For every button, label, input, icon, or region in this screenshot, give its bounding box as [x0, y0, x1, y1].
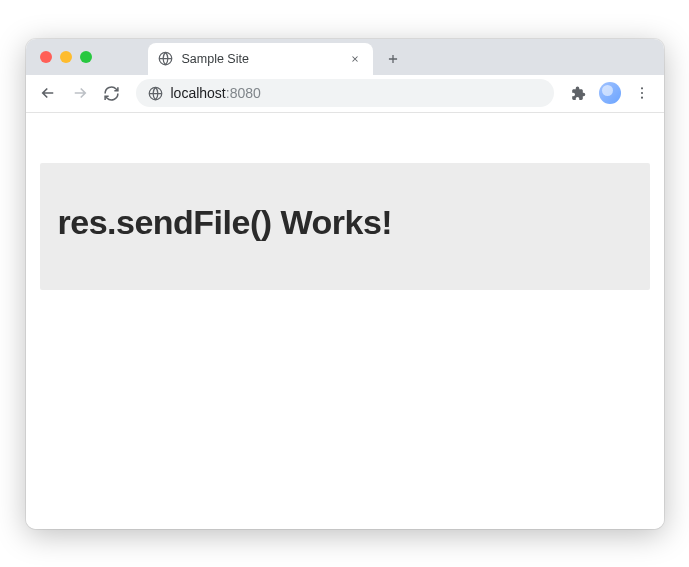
reload-button[interactable]: [98, 79, 126, 107]
browser-toolbar: localhost:8080: [26, 75, 664, 113]
plus-icon: [386, 52, 400, 66]
site-info-icon[interactable]: [148, 86, 163, 101]
url-host: localhost: [171, 85, 226, 101]
arrow-left-icon: [39, 84, 57, 102]
browser-tab[interactable]: Sample Site: [148, 43, 373, 75]
tab-title: Sample Site: [182, 52, 339, 66]
profile-button[interactable]: [596, 79, 624, 107]
avatar-icon: [599, 82, 621, 104]
window-minimize-button[interactable]: [60, 51, 72, 63]
url-text: localhost:8080: [171, 85, 261, 101]
puzzle-icon: [569, 85, 586, 102]
tab-strip: Sample Site: [26, 39, 664, 75]
url-port: :8080: [226, 85, 261, 101]
window-controls: [38, 51, 98, 63]
browser-window: Sample Site: [26, 39, 664, 529]
window-fullscreen-button[interactable]: [80, 51, 92, 63]
globe-icon: [148, 86, 163, 101]
forward-button[interactable]: [66, 79, 94, 107]
reload-icon: [103, 85, 120, 102]
page-heading: res.sendFile() Works!: [58, 203, 632, 242]
more-vertical-icon: [634, 85, 650, 101]
new-tab-button[interactable]: [379, 45, 407, 73]
svg-point-3: [640, 92, 642, 94]
window-close-button[interactable]: [40, 51, 52, 63]
tab-close-button[interactable]: [347, 51, 363, 67]
arrow-right-icon: [71, 84, 89, 102]
hero-banner: res.sendFile() Works!: [40, 163, 650, 290]
menu-button[interactable]: [628, 79, 656, 107]
address-bar[interactable]: localhost:8080: [136, 79, 554, 107]
page-viewport: res.sendFile() Works!: [26, 113, 664, 529]
extensions-button[interactable]: [564, 79, 592, 107]
close-icon: [350, 54, 360, 64]
svg-point-4: [640, 97, 642, 99]
back-button[interactable]: [34, 79, 62, 107]
globe-icon: [158, 51, 174, 67]
svg-point-2: [640, 87, 642, 89]
